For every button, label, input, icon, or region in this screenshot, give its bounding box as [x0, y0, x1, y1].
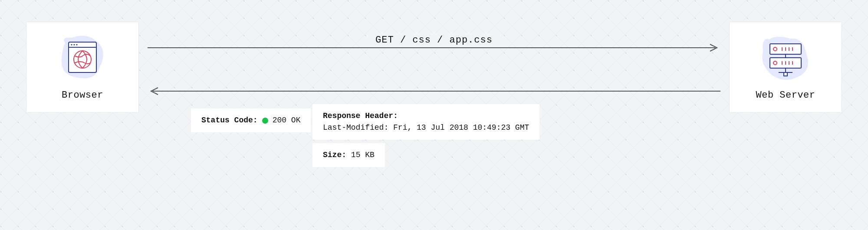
svg-rect-21	[784, 72, 787, 76]
browser-icon	[56, 34, 108, 82]
response-header-label: Response Header:	[323, 110, 529, 122]
node-web-server-label: Web Server	[756, 90, 815, 101]
size-chip: Size: 15 KB	[312, 143, 385, 167]
diagram-stage: Browser W	[0, 0, 868, 230]
svg-point-4	[76, 44, 77, 45]
status-chip: Status Code: 200 OK	[191, 108, 311, 132]
status-dot-icon	[262, 118, 268, 124]
size-label: Size:	[323, 151, 346, 159]
response-header-value: Last-Modified: Fri, 13 Jul 2018 10:49:23…	[323, 122, 529, 134]
server-icon	[760, 34, 812, 82]
status-value: 200 OK	[273, 115, 301, 126]
response-header-chip: Response Header: Last-Modified: Fri, 13 …	[312, 104, 539, 140]
svg-point-2	[71, 44, 72, 45]
node-browser: Browser	[26, 22, 139, 113]
svg-point-3	[73, 44, 75, 45]
node-web-server: Web Server	[729, 22, 842, 113]
status-label: Status Code:	[201, 115, 258, 126]
node-browser-label: Browser	[62, 90, 103, 101]
request-label: GET / css / app.css	[367, 33, 501, 47]
size-value: 15 KB	[351, 151, 375, 159]
